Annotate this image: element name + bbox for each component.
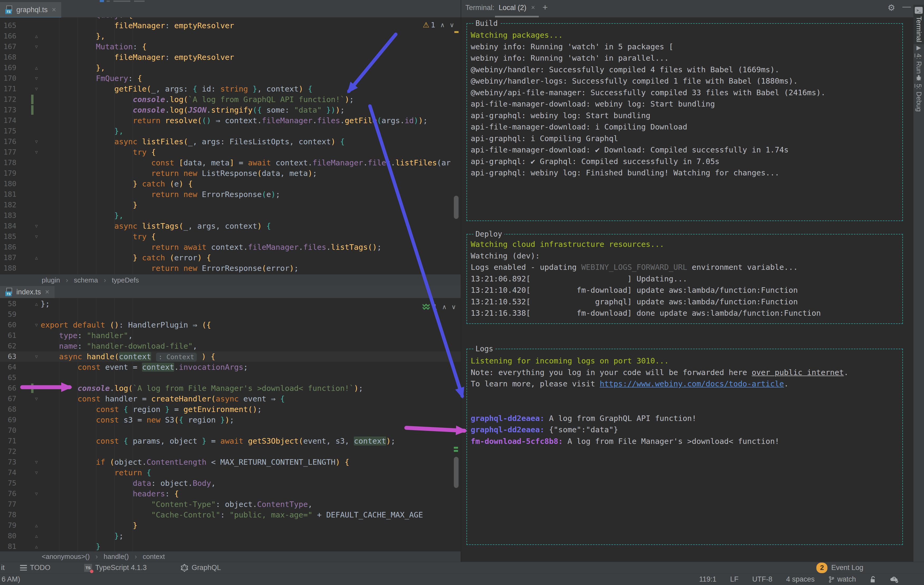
code-line[interactable]: 67▿ const handler = createHandler(async … bbox=[0, 394, 461, 404]
gutter[interactable]: ▵ bbox=[16, 31, 41, 41]
stripe-debug-button[interactable]: 5: Debug bbox=[913, 74, 924, 112]
gutter[interactable] bbox=[16, 446, 41, 457]
fold-icon[interactable]: ▿ bbox=[32, 351, 41, 362]
code-line[interactable]: 64 const event = context.invocationArgs; bbox=[0, 362, 461, 372]
gutter[interactable] bbox=[16, 126, 41, 136]
git-branch-widget[interactable]: watch bbox=[828, 575, 856, 583]
fold-icon[interactable]: ▿ bbox=[32, 488, 41, 499]
gutter[interactable]: ▿ bbox=[16, 231, 41, 242]
gutter[interactable] bbox=[16, 52, 41, 63]
code-line[interactable]: 63▿ async handle(context : Context ) { bbox=[0, 351, 461, 362]
fold-icon[interactable]: ▿ bbox=[32, 320, 41, 330]
breadcrumb-item[interactable]: typeDefs bbox=[112, 276, 139, 284]
gutter[interactable]: ▿ bbox=[16, 41, 41, 52]
code-line[interactable]: 59 bbox=[0, 309, 461, 320]
line-separator[interactable]: LF bbox=[730, 575, 739, 583]
stripe-run-button[interactable]: ▶ 4: Run bbox=[913, 44, 924, 74]
breadcrumb-item[interactable]: handle() bbox=[104, 552, 129, 561]
fold-icon[interactable]: ▿ bbox=[32, 467, 41, 478]
gutter[interactable]: ▿ bbox=[16, 147, 41, 157]
toolbar-git-button[interactable]: it bbox=[1, 564, 5, 572]
toolbar-todo-button[interactable]: TODO bbox=[20, 564, 51, 572]
code-line[interactable]: 187▵ } catch (error) { bbox=[0, 252, 461, 263]
code-line[interactable]: 61 type: "handler", bbox=[0, 330, 461, 341]
code-line[interactable]: 74▿ return { bbox=[0, 467, 461, 478]
fold-icon[interactable]: ▿ bbox=[32, 394, 41, 404]
code-line[interactable]: 172 console.log(`A log from GraphQL API … bbox=[0, 94, 461, 105]
code-line[interactable]: 183 }, bbox=[0, 210, 461, 221]
toolbar-typescript-button[interactable]: TS TypeScript 4.1.3 bbox=[84, 564, 147, 572]
gutter[interactable] bbox=[16, 372, 41, 383]
gutter[interactable] bbox=[16, 157, 41, 168]
prev-warning-icon[interactable]: ∧ bbox=[440, 21, 445, 29]
gutter[interactable]: ▿ bbox=[16, 221, 41, 231]
gutter[interactable] bbox=[16, 178, 41, 189]
code-line[interactable]: 188 return new ErrorResponse(error); bbox=[0, 263, 461, 274]
code-line[interactable]: 66 console.log(`A log from File Manager'… bbox=[0, 383, 461, 394]
fold-icon[interactable]: ▿ bbox=[32, 41, 41, 52]
fold-icon[interactable]: ▿ bbox=[32, 84, 41, 94]
indent-setting[interactable]: 4 spaces bbox=[786, 575, 815, 583]
gutter[interactable]: ▵ bbox=[16, 531, 41, 541]
new-session-icon[interactable]: + bbox=[543, 2, 548, 12]
gutter[interactable] bbox=[16, 404, 41, 415]
editor-graphql-ts[interactable]: 164 Query: {165 fileManager: emptyResolv… bbox=[0, 17, 461, 274]
breadcrumb-item[interactable]: plugin bbox=[42, 276, 60, 284]
code-line[interactable]: 164 Query: { bbox=[0, 17, 461, 20]
gutter[interactable] bbox=[16, 436, 41, 446]
gutter[interactable] bbox=[16, 509, 41, 520]
code-line[interactable]: 79▵ } bbox=[0, 520, 461, 531]
gutter[interactable] bbox=[16, 415, 41, 425]
code-line[interactable]: 185▿ try { bbox=[0, 231, 461, 242]
tab-index-ts[interactable]: TS index.ts × bbox=[0, 286, 54, 298]
toolbar-event-log-button[interactable]: 2 Event Log bbox=[816, 563, 863, 573]
code-line[interactable]: 169▵ }, bbox=[0, 63, 461, 73]
gutter[interactable]: ▿ bbox=[16, 467, 41, 478]
code-line[interactable]: 173 console.log(JSON.stringify({ some: "… bbox=[0, 105, 461, 115]
fold-icon[interactable]: ▿ bbox=[32, 457, 41, 467]
caret-position[interactable]: 119:1 bbox=[699, 575, 717, 583]
gutter[interactable] bbox=[16, 309, 41, 320]
code-line[interactable]: 71 const { params, object } = await getS… bbox=[0, 436, 461, 446]
gutter[interactable] bbox=[16, 115, 41, 126]
code-line[interactable]: 81▵ } bbox=[0, 541, 461, 551]
code-line[interactable]: 181 return new ErrorResponse(e); bbox=[0, 189, 461, 199]
code-line[interactable]: 77 "Content-Type": object.ContentType, bbox=[0, 499, 461, 509]
code-line[interactable]: 62 name: "handler-download-file", bbox=[0, 341, 461, 351]
breadcrumb-item[interactable]: context bbox=[143, 552, 165, 561]
breadcrumb-item[interactable]: <anonymous>() bbox=[42, 552, 90, 561]
code-line[interactable]: 179 return new ListResponse(data, meta); bbox=[0, 168, 461, 178]
close-icon[interactable]: × bbox=[531, 4, 535, 12]
gutter[interactable] bbox=[16, 189, 41, 199]
lock-widget[interactable] bbox=[870, 576, 876, 583]
close-icon[interactable]: × bbox=[52, 6, 56, 14]
code-line[interactable]: 176▿ async listFiles(_, args: FilesListO… bbox=[0, 136, 461, 147]
terminal-panel[interactable]: Terminal: Local (2) × + ⚙ — Build Watchi… bbox=[461, 0, 913, 562]
gutter[interactable] bbox=[16, 499, 41, 509]
gutter[interactable] bbox=[16, 425, 41, 436]
gutter[interactable] bbox=[16, 362, 41, 372]
code-line[interactable]: 170▿ FmQuery: { bbox=[0, 73, 461, 84]
next-mark-icon[interactable]: ∨ bbox=[451, 303, 456, 311]
gutter[interactable] bbox=[16, 94, 41, 105]
tab-graphql-ts[interactable]: TS graphql.ts × bbox=[0, 2, 61, 17]
prev-mark-icon[interactable]: ∧ bbox=[442, 303, 447, 311]
code-line[interactable]: 168 fileManager: emptyResolver bbox=[0, 52, 461, 63]
editor-index-ts[interactable]: 58▵};5960▿export default (): HandlerPlug… bbox=[0, 298, 461, 551]
code-line[interactable]: 180 } catch (e) { bbox=[0, 178, 461, 189]
gutter[interactable] bbox=[16, 168, 41, 178]
gutter[interactable]: ▿ bbox=[16, 320, 41, 330]
code-line[interactable]: 68 const { region } = getEnvironment(); bbox=[0, 404, 461, 415]
gutter[interactable] bbox=[16, 210, 41, 221]
fold-icon[interactable]: ▵ bbox=[32, 541, 41, 551]
gutter[interactable]: ▵ bbox=[16, 520, 41, 531]
code-line[interactable]: 78 "Cache-Control": "public, max-age=" +… bbox=[0, 509, 461, 520]
gutter[interactable]: ▵ bbox=[16, 298, 41, 309]
terminal-tab-local[interactable]: Local (2) × bbox=[499, 4, 535, 12]
gutter[interactable] bbox=[16, 263, 41, 274]
code-line[interactable]: 167▿ Mutation: { bbox=[0, 41, 461, 52]
gutter[interactable] bbox=[16, 478, 41, 488]
code-line[interactable]: 58▵}; bbox=[0, 298, 461, 309]
gutter[interactable]: ▿ bbox=[16, 84, 41, 94]
inspection-widget[interactable]: 1 ∧ ∨ bbox=[422, 303, 456, 311]
